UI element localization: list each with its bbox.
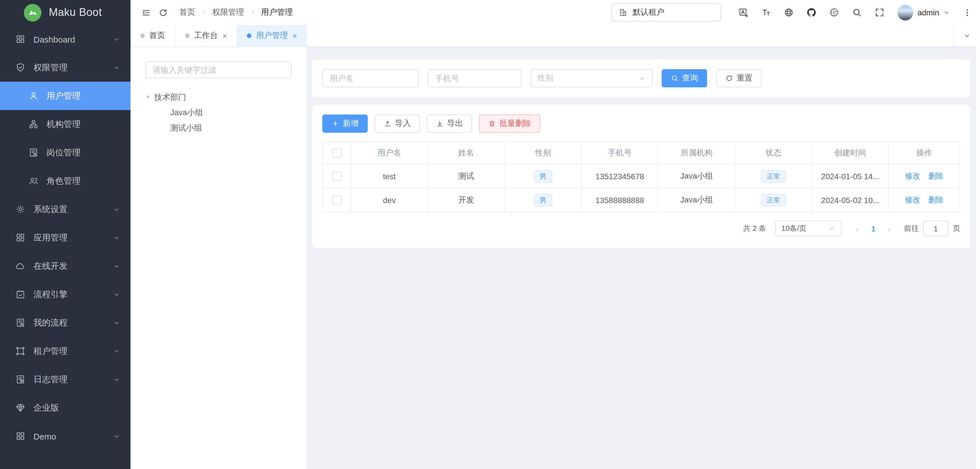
table-header-row: 用户名 姓名 性别 手机号 所属机构 状态 创建时间 操作 [323,143,959,165]
org-tree-panel: 技术部门 Java小组 测试小组 [130,47,306,469]
sidebar-item-online-dev[interactable]: 在线开发 [0,252,130,280]
row-checkbox[interactable] [332,195,341,204]
cell-created: 2024-05-02 10... [812,188,889,212]
chevron-down-icon [113,433,120,440]
edit-link[interactable]: 修改 [905,195,920,205]
tree-filter-input[interactable] [145,61,292,78]
col-gender: 性别 [505,143,582,164]
search-icon[interactable] [852,7,862,17]
page-size-select[interactable]: 10条/页 [775,220,842,236]
edit-link[interactable]: 修改 [905,171,920,181]
github-icon[interactable] [807,7,816,17]
globe-icon[interactable] [784,7,794,17]
tab-list-dropdown[interactable] [953,25,980,46]
gender-badge: 男 [534,194,552,206]
user-icon [29,91,38,101]
status-badge: 正常 [761,194,786,206]
breadcrumb-home[interactable]: 首页 [179,7,195,17]
refresh-icon[interactable] [154,4,171,21]
sidebar-item-dashboard[interactable]: Dashboard [0,25,130,53]
search-form: 性别 查询 重置 [312,60,970,97]
sidebar-item-workflow-engine[interactable]: 流程引擎 [0,280,130,309]
sidebar-item-user-management[interactable]: 用户管理 [0,82,130,110]
caret-down-icon[interactable] [145,94,150,100]
chevron-down-icon [113,319,120,326]
import-button[interactable]: 导入 [374,114,420,133]
refresh-icon [725,74,733,82]
users-icon [29,176,38,186]
cell-org: Java小组 [659,188,735,212]
tree-node-test-group[interactable]: 测试小组 [145,120,292,136]
tab-workbench[interactable]: 工作台 [175,25,237,46]
breadcrumb-permissions[interactable]: 权限管理 [212,7,244,17]
add-button[interactable]: 新增 [322,114,368,133]
work-area: 性别 查询 重置 新 [306,47,980,469]
building-icon [619,8,628,17]
reset-button[interactable]: 重置 [716,69,762,87]
sidebar-item-enterprise[interactable]: 企业版 [0,394,130,422]
chevron-right-icon [200,9,207,16]
tree-node-java-group[interactable]: Java小组 [145,105,292,120]
next-page-button[interactable] [881,220,897,236]
sidebar-item-org-management[interactable]: 机构管理 [0,110,130,138]
cell-username: test [351,165,428,188]
avatar [897,4,913,21]
close-icon[interactable] [292,32,297,40]
close-icon[interactable] [223,32,227,40]
page-label: 页 [953,223,960,234]
topbar: 首页 权限管理 用户管理 默认租户 ad [130,0,980,25]
chevron-down-icon [943,9,950,16]
mountain-logo-icon [24,4,41,21]
col-created: 创建时间 [812,143,889,164]
tab-user-management[interactable]: 用户管理 [237,25,307,46]
current-page[interactable]: 1 [865,224,881,233]
row-checkbox[interactable] [332,171,341,181]
sidebar-item-demo[interactable]: Demo [0,422,130,450]
user-menu[interactable]: admin [897,4,950,21]
select-all-checkbox[interactable] [332,149,341,158]
batch-delete-button[interactable]: 批量删除 [479,114,540,133]
sidebar-item-app-management[interactable]: 应用管理 [0,223,130,252]
gender-select[interactable]: 性别 [531,69,652,87]
table-card: 新增 导入 导出 批量删除 [312,105,970,248]
grid-icon [15,34,25,44]
sidebar-item-permissions[interactable]: 权限管理 [0,53,130,82]
scrollbar[interactable] [975,46,980,469]
app-title: Maku Boot [49,6,102,19]
text-scale-icon[interactable] [738,7,748,17]
tenant-select[interactable]: 默认租户 [611,3,721,22]
chevron-down-icon [113,206,120,213]
diamond-icon [15,402,25,413]
cell-org: Java小组 [659,165,735,188]
sidebar: Maku Boot Dashboard 权限管理 用户管理 机构管理 [0,0,130,469]
kebab-menu-icon[interactable] [963,8,972,17]
sidebar-item-post-management[interactable]: 岗位管理 [0,138,130,167]
app-logo[interactable]: Maku Boot [0,0,130,25]
gitee-icon[interactable] [829,7,839,17]
sidebar-item-role-management[interactable]: 角色管理 [0,167,130,195]
permissions-submenu: 用户管理 机构管理 岗位管理 角色管理 [0,82,130,195]
prev-page-button[interactable] [850,220,865,236]
delete-link[interactable]: 删除 [928,195,943,205]
fullscreen-icon[interactable] [875,7,885,17]
sidebar-item-log-management[interactable]: 日志管理 [0,365,130,394]
font-size-icon[interactable] [761,7,771,17]
table-row: test 测试 男 13512345678 Java小组 正常 2024-01-… [323,165,959,188]
sidebar-item-my-workflow[interactable]: 我的流程 [0,309,130,337]
delete-link[interactable]: 删除 [928,171,943,181]
export-button[interactable]: 导出 [427,114,472,133]
username-field[interactable] [322,69,419,87]
chevron-down-icon [113,262,120,270]
sidebar-item-tenant-management[interactable]: 租户管理 [0,337,130,365]
search-button[interactable]: 查询 [662,69,707,87]
cell-name: 开发 [428,188,505,212]
tab-home[interactable]: 首页 [130,25,175,46]
col-org: 所属机构 [659,143,735,164]
collapse-menu-icon[interactable] [137,4,154,21]
cloud-icon [15,261,25,271]
content: 技术部门 Java小组 测试小组 性别 [130,47,980,469]
goto-page-input[interactable] [923,220,948,236]
tree-node-root[interactable]: 技术部门 [145,90,292,105]
mobile-field[interactable] [428,69,522,87]
sidebar-item-system-settings[interactable]: 系统设置 [0,195,130,223]
